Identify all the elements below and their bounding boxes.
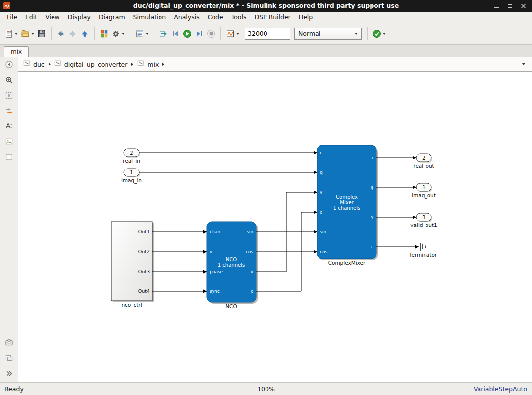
scope-icon xyxy=(226,29,235,38)
chevron-down-icon xyxy=(15,33,18,35)
block-title: Complex xyxy=(336,194,358,200)
palette-annotation-button[interactable] xyxy=(3,122,14,132)
stop-time-input[interactable] xyxy=(245,28,290,40)
breadcrumb-dropdown-icon[interactable] xyxy=(522,63,525,65)
block-label: real_out xyxy=(413,163,434,169)
simulation-data-inspector-button[interactable] xyxy=(158,27,169,40)
menu-item-tools[interactable]: Tools xyxy=(227,12,251,22)
signal-arrowhead xyxy=(413,186,416,189)
signal-arrowhead xyxy=(314,191,317,194)
chevron-down-icon xyxy=(355,33,358,35)
menu-item-code[interactable]: Code xyxy=(204,12,227,22)
scope-button[interactable] xyxy=(224,27,241,40)
block-ComplexMixer[interactable]: iqvcsincosiqvcComplexMixer1 channelsComp… xyxy=(317,145,378,266)
window-title: duc/digital_up_converter/mix * - Simulin… xyxy=(0,0,532,12)
zoom-in-icon xyxy=(5,76,13,86)
library-browser-button[interactable] xyxy=(98,27,110,40)
save-model-button[interactable] xyxy=(36,27,48,40)
chevron-down-icon xyxy=(122,33,125,35)
port-label: sync xyxy=(210,289,220,294)
close-button[interactable] xyxy=(520,3,526,9)
solver-indicator[interactable]: VariableStepAuto xyxy=(474,385,532,393)
breadcrumb-chevron-icon[interactable] xyxy=(49,63,51,66)
new-model-button[interactable] xyxy=(3,27,19,40)
block-label: valid_out1 xyxy=(410,222,437,228)
menu-item-help[interactable]: Help xyxy=(295,12,317,22)
screenshot-icon xyxy=(5,339,13,348)
breadcrumb-chevron-icon[interactable] xyxy=(131,63,133,66)
fit-to-view-icon xyxy=(5,91,13,101)
model-explorer-button[interactable] xyxy=(134,27,150,40)
port-label: phase xyxy=(210,269,223,274)
menu-item-view[interactable]: View xyxy=(41,12,64,22)
palette-area-button[interactable] xyxy=(3,153,14,163)
breadcrumb: ducdigital_up_convertermix xyxy=(18,57,532,72)
block-imag_in[interactable]: 1imag_in xyxy=(121,169,142,184)
block-Terminator[interactable]: Terminator xyxy=(409,243,437,258)
palette-browser-toggle-button[interactable] xyxy=(3,60,14,70)
model-thumb-icon xyxy=(23,60,31,69)
port-label: v xyxy=(210,249,213,254)
port-label: Out2 xyxy=(138,249,150,254)
sim-mode-combo[interactable]: Normal xyxy=(294,28,362,40)
port-label: c xyxy=(251,289,253,294)
status-bar: Ready 100% VariableStepAuto xyxy=(0,382,532,395)
save-icon xyxy=(37,29,46,38)
palette-expand-button[interactable] xyxy=(3,369,14,379)
tab-mix[interactable]: mix xyxy=(4,46,29,57)
jump-to-icon xyxy=(5,107,13,116)
breadcrumb-chevron-icon[interactable] xyxy=(162,63,164,66)
navigate-forward-button[interactable] xyxy=(67,27,79,40)
block-nco_ctrl[interactable]: Out1Out2Out3Out4nco_ctrl xyxy=(111,222,154,308)
palette-fit-to-view-button[interactable] xyxy=(3,91,14,101)
block-label: real_in xyxy=(123,158,140,164)
menu-item-edit[interactable]: Edit xyxy=(21,12,41,22)
stop-button[interactable] xyxy=(205,27,217,40)
navigate-back-button[interactable] xyxy=(55,27,67,40)
breadcrumb-item-duc[interactable]: duc xyxy=(22,59,46,69)
port-number: 2 xyxy=(130,150,133,156)
open-folder-icon xyxy=(21,29,30,38)
open-model-button[interactable] xyxy=(19,27,36,40)
palette-screenshot-button[interactable] xyxy=(3,339,14,348)
port-label: c xyxy=(320,210,322,215)
up-to-parent-button[interactable] xyxy=(79,27,91,40)
palette-viewmarks-button[interactable] xyxy=(3,354,14,364)
signal-arrowhead xyxy=(314,230,317,234)
tab-bar: mix xyxy=(0,45,532,57)
annotation-icon xyxy=(5,122,13,132)
block-valid_out1[interactable]: 3valid_out1 xyxy=(410,213,437,228)
palette-jump-to-button[interactable] xyxy=(3,107,14,116)
area-icon xyxy=(5,153,13,163)
block-real_out[interactable]: 2real_out xyxy=(413,154,434,169)
block-imag_out[interactable]: 1imag_out xyxy=(412,183,436,199)
port-label: v xyxy=(320,190,323,195)
menu-item-file[interactable]: File xyxy=(3,12,21,22)
step-back-button[interactable] xyxy=(169,27,181,40)
step-forward-button[interactable] xyxy=(193,27,205,40)
signal-arrowhead xyxy=(203,290,207,293)
run-button[interactable] xyxy=(181,27,193,40)
menu-item-analysis[interactable]: Analysis xyxy=(170,12,204,22)
menu-item-display[interactable]: Display xyxy=(64,12,95,22)
palette-zoom-in-button[interactable] xyxy=(3,76,14,86)
menu-item-diagram[interactable]: Diagram xyxy=(95,12,129,22)
block-NCO[interactable]: chanvphasesyncsincosvcNCO1 channelsNCO xyxy=(207,222,258,309)
chevron-down-icon xyxy=(383,33,386,35)
maximize-button[interactable] xyxy=(507,3,513,9)
minimize-button[interactable] xyxy=(493,3,499,9)
port-label: sin xyxy=(247,229,253,234)
breadcrumb-item-digital_up_converter[interactable]: digital_up_converter xyxy=(53,59,129,69)
menu-item-dsp-builder[interactable]: DSP Builder xyxy=(250,12,294,22)
breadcrumb-item-mix[interactable]: mix xyxy=(136,59,160,69)
diagram-canvas[interactable]: 2real_in1imag_inOut1Out2Out3Out4nco_ctrl… xyxy=(18,72,532,382)
model-configuration-button[interactable] xyxy=(110,27,126,40)
breadcrumb-label: digital_up_converter xyxy=(64,61,128,68)
model-advisor-button[interactable] xyxy=(371,27,387,40)
sim-mode-value: Normal xyxy=(298,30,320,37)
menu-item-simulation[interactable]: Simulation xyxy=(129,12,170,22)
palette-image-button[interactable] xyxy=(3,137,14,147)
block-real_in[interactable]: 2real_in xyxy=(123,149,140,164)
library-icon xyxy=(100,29,108,38)
port-label: Out3 xyxy=(138,269,150,274)
